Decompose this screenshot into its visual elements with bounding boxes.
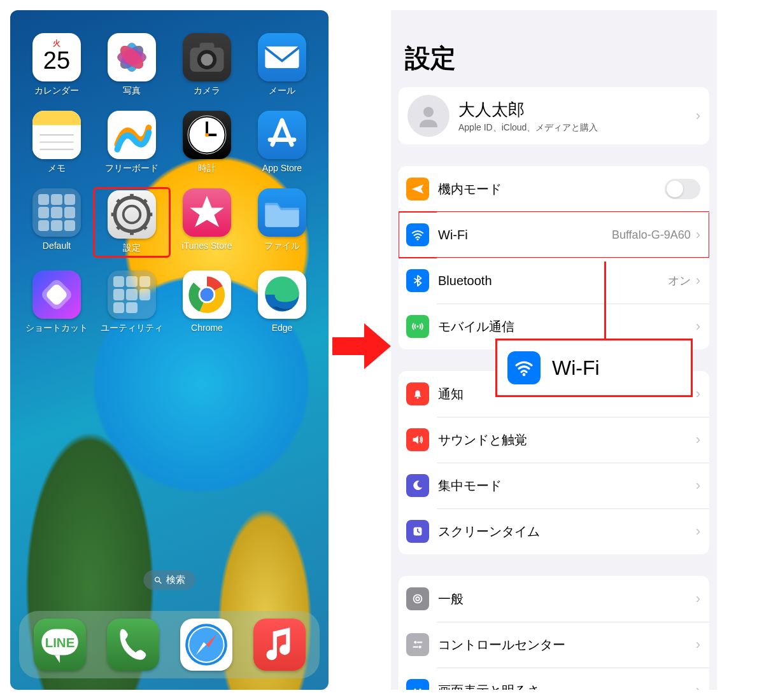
svg-point-48 [417,326,419,328]
callout-connector [604,262,606,339]
app-edge[interactable]: Edge [244,270,320,334]
chevron-right-icon: › [696,523,700,540]
row-wifi-highlighted[interactable]: Wi-Fi Buffalo-G-9A60 › [399,212,709,258]
row-screentime[interactable]: スクリーンタイム › [399,508,709,554]
chevron-right-icon: › [696,591,700,607]
row-airplane-mode[interactable]: 機内モード [399,166,709,212]
appstore-icon [258,111,306,159]
home-dock: LINE [19,611,320,678]
row-focus[interactable]: 集中モード › [399,463,709,508]
app-chrome[interactable]: Chrome [169,270,244,334]
svg-point-51 [414,595,422,603]
control-center-icon [406,633,429,656]
connectivity-card: 機内モード Wi-Fi Buffalo-G-9A60 › Bluetooth オ… [399,166,709,349]
spotlight-search[interactable]: 検索 [144,570,195,590]
svg-point-39 [155,577,160,582]
row-bluetooth[interactable]: Bluetooth オン › [399,258,709,304]
svg-point-55 [419,646,421,648]
app-calendar[interactable]: 火 25 カレンダー [19,33,94,97]
mail-icon [258,33,306,81]
row-control-center[interactable]: コントロールセンター › [399,622,709,668]
svg-line-31 [117,225,121,229]
app-files[interactable]: ファイル [244,188,320,256]
chevron-right-icon: › [696,227,700,243]
page-title: 設定 [391,10,717,87]
general-icon [406,587,429,610]
row-display[interactable]: AA 画面表示と明るさ › [399,668,709,690]
svg-line-29 [117,200,121,204]
airplane-toggle[interactable] [665,179,700,199]
row-label: サウンドと触覚 [438,431,696,449]
folder-utilities[interactable]: ユーティリティ [94,270,169,334]
sounds-icon [406,428,429,451]
app-freeform[interactable]: フリーボード [94,111,169,174]
profile-row[interactable]: 大人太郎 Apple ID、iCloud、メディアと購入 › [399,87,709,144]
wifi-network-value: Buffalo-G-9A60 [612,228,691,242]
calendar-dow: 火 [53,38,60,49]
search-label: 検索 [166,574,185,586]
notes-icon [32,111,81,159]
row-sounds[interactable]: サウンドと触覚 › [399,417,709,463]
app-settings-highlighted[interactable]: 設定 [94,188,169,256]
svg-point-49 [417,397,419,399]
app-photos[interactable]: 写真 [94,33,169,97]
svg-point-24 [124,206,141,223]
safari-icon [180,619,232,671]
bluetooth-value: オン [668,273,691,288]
app-notes[interactable]: メモ [19,111,94,174]
app-appstore[interactable]: App Store [244,111,320,174]
edge-icon [258,270,306,319]
callout-label: Wi-Fi [552,356,600,380]
alerts-card: 通知 › サウンドと触覚 › 集中モード › スクリーンタイム › [399,371,709,554]
chrome-icon [183,270,231,319]
row-general[interactable]: 一般 › [399,576,709,622]
row-label: モバイル通信 [438,318,696,335]
wifi-callout: Wi-Fi [495,339,693,397]
app-safari[interactable] [180,619,232,671]
calendar-day: 25 [43,47,70,74]
settings-icon [108,190,156,239]
app-label: メール [269,85,295,97]
app-label: Chrome [191,323,223,333]
svg-point-22 [205,133,209,137]
profile-card: 大人太郎 Apple ID、iCloud、メディアと購入 › [399,87,709,144]
avatar [407,95,449,137]
arrow-right-icon [332,318,391,377]
wifi-icon [507,351,541,384]
row-label: 一般 [438,591,696,608]
freeform-icon [108,111,156,159]
svg-rect-9 [200,43,215,50]
svg-point-53 [414,641,416,643]
svg-text:AA: AA [413,687,423,690]
row-label: スクリーンタイム [438,523,696,540]
folder-icon [32,188,81,237]
app-label: ショートカット [25,323,88,334]
row-label: コントロールセンター [438,636,696,654]
app-music[interactable] [253,619,306,671]
app-shortcuts[interactable]: ショートカット [19,270,94,334]
app-mail[interactable]: メール [244,33,320,97]
chevron-right-icon: › [696,636,700,653]
svg-text:LINE: LINE [45,635,74,650]
focus-icon [406,474,429,497]
app-label: メモ [48,163,66,174]
profile-name: 大人太郎 [458,99,696,121]
folder-default[interactable]: Default [19,188,94,256]
svg-point-52 [416,597,420,601]
svg-rect-13 [32,111,81,125]
app-label: 写真 [123,85,141,97]
app-label: カメラ [194,85,220,97]
screentime-icon [406,520,429,543]
camera-icon [183,33,231,81]
app-phone[interactable] [107,619,159,671]
bluetooth-icon [406,269,429,292]
svg-point-46 [423,107,434,117]
app-itunes-store[interactable]: iTunes Store [169,188,244,256]
shortcuts-icon [32,270,81,319]
row-label: Wi-Fi [438,228,612,242]
app-camera[interactable]: カメラ [169,33,244,97]
row-label: 画面表示と明るさ [438,682,696,690]
app-clock[interactable]: 時計 [169,111,244,174]
app-line[interactable]: LINE [34,619,86,671]
app-label: カレンダー [34,85,79,97]
